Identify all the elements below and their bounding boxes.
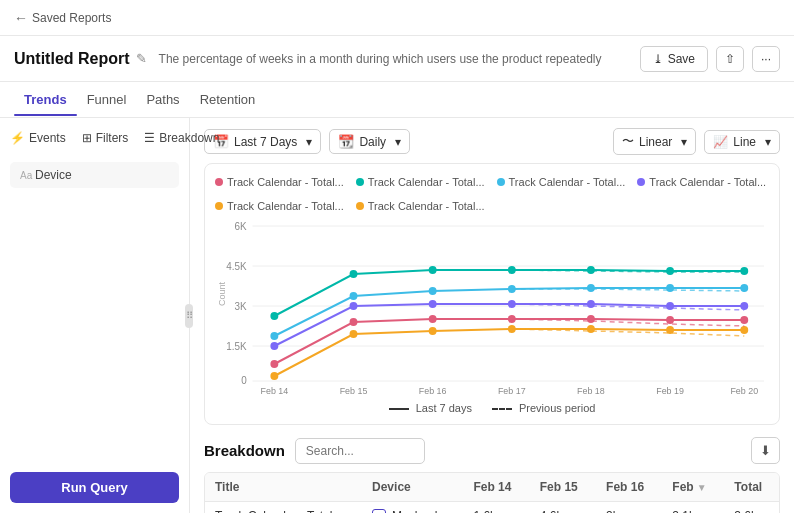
svg-text:3K: 3K	[235, 301, 247, 312]
more-button[interactable]: ···	[752, 46, 780, 72]
svg-point-27	[429, 287, 437, 295]
back-label: Saved Reports	[32, 11, 111, 25]
legend-dot-2	[497, 178, 505, 186]
back-arrow-icon: ←	[14, 10, 28, 26]
svg-point-24	[740, 267, 748, 275]
col-feb14: Feb 14	[463, 473, 529, 502]
col-feb: Feb▼	[662, 473, 724, 502]
col-total: Total	[724, 473, 779, 502]
chart-type-icon: 📈	[713, 135, 728, 149]
breakdown-title: Breakdown	[204, 442, 285, 459]
svg-text:Count: Count	[217, 282, 227, 306]
tab-retention[interactable]: Retention	[190, 84, 266, 115]
col-device: Device	[362, 473, 463, 502]
more-icon: ···	[761, 52, 771, 66]
legend-item-3: Track Calendar - Total...	[637, 176, 766, 188]
share-icon: ⇧	[725, 52, 735, 66]
share-button[interactable]: ⇧	[716, 46, 744, 72]
row-0-feb16: 3k	[596, 502, 662, 514]
svg-text:Feb 17: Feb 17	[498, 386, 526, 396]
col-title: Title	[205, 473, 362, 502]
dashed-legend-item: Previous period	[492, 402, 596, 414]
events-button[interactable]: ⚡ Events	[10, 128, 66, 148]
date-range-chevron: ▾	[306, 135, 312, 149]
save-icon: ⤓	[653, 52, 663, 66]
svg-point-22	[587, 266, 595, 274]
breakdown-icon: ☰	[144, 131, 155, 145]
back-link[interactable]: ← Saved Reports	[14, 10, 111, 26]
svg-text:6K: 6K	[235, 221, 247, 232]
legend-label-3: Track Calendar - Total...	[649, 176, 766, 188]
device-filter[interactable]: Aa Device	[10, 162, 179, 188]
svg-point-30	[666, 284, 674, 292]
granularity-label: Daily	[359, 135, 386, 149]
svg-text:0: 0	[241, 375, 247, 386]
scale-chevron: ▾	[681, 135, 687, 149]
breakdown-section: Breakdown ⬇ Title Device Feb 14 Feb 15 F…	[204, 437, 780, 513]
dashed-line-icon	[492, 408, 512, 410]
breakdown-table-wrap: Title Device Feb 14 Feb 15 Feb 16 Feb▼ T…	[204, 472, 780, 513]
col-feb15: Feb 15	[530, 473, 596, 502]
granularity-dropdown[interactable]: 📆 Daily ▾	[329, 129, 410, 154]
chart-legend: Track Calendar - Total... Track Calendar…	[215, 176, 769, 212]
filters-button[interactable]: ⊞ Filters	[82, 128, 129, 148]
resize-handle[interactable]: ⠿	[185, 304, 193, 328]
scale-dropdown[interactable]: 〜 Linear ▾	[613, 128, 696, 155]
row-0-feb: 3.1k	[662, 502, 724, 514]
events-icon: ⚡	[10, 131, 25, 145]
sort-icon: ▼	[697, 482, 707, 493]
svg-point-46	[270, 372, 278, 380]
svg-text:Feb 20: Feb 20	[730, 386, 758, 396]
svg-point-34	[429, 300, 437, 308]
tab-paths[interactable]: Paths	[136, 84, 189, 115]
breakdown-header: Breakdown ⬇	[204, 437, 780, 464]
svg-point-29	[587, 284, 595, 292]
svg-text:Feb 18: Feb 18	[577, 386, 605, 396]
svg-point-26	[350, 292, 358, 300]
svg-point-33	[350, 302, 358, 310]
dashed-legend-label: Previous period	[519, 402, 595, 414]
legend-item-1: Track Calendar - Total...	[356, 176, 485, 188]
header: Untitled Report ✎ The percentage of week…	[0, 36, 794, 82]
report-title: Untitled Report	[14, 50, 130, 68]
svg-point-38	[740, 302, 748, 310]
solid-legend-label: Last 7 days	[416, 402, 472, 414]
device-cell-0: ✓ Macbook	[372, 509, 453, 513]
edit-icon[interactable]: ✎	[136, 51, 147, 66]
svg-point-40	[350, 318, 358, 326]
chart-type-chevron: ▾	[765, 135, 771, 149]
svg-text:Feb 14: Feb 14	[261, 386, 289, 396]
device-name-0: Macbook	[392, 509, 441, 513]
svg-point-18	[270, 312, 278, 320]
run-query-button[interactable]: Run Query	[10, 472, 179, 503]
granularity-chevron: ▾	[395, 135, 401, 149]
chart-type-dropdown[interactable]: 📈 Line ▾	[704, 130, 780, 154]
download-button[interactable]: ⬇	[751, 437, 780, 464]
svg-point-41	[429, 315, 437, 323]
content-area: 📅 Last 7 Days ▾ 📆 Daily ▾ 〜 Linear ▾ 📈 L…	[190, 118, 794, 513]
date-range-label: Last 7 Days	[234, 135, 297, 149]
svg-point-45	[740, 316, 748, 324]
scale-icon: 〜	[622, 133, 634, 150]
row-0-total: 3.6k	[724, 502, 779, 514]
legend-dot-4	[215, 202, 223, 210]
legend-label-0: Track Calendar - Total...	[227, 176, 344, 188]
check-icon-0: ✓	[372, 509, 386, 513]
breakdown-button[interactable]: ☰ Breakdown	[144, 128, 219, 148]
granularity-icon: 📆	[338, 134, 354, 149]
breakdown-search-input[interactable]	[295, 438, 425, 464]
filters-label: Filters	[96, 131, 129, 145]
legend-item-4: Track Calendar - Total...	[215, 200, 344, 212]
breakdown-label: Breakdown	[159, 131, 219, 145]
legend-dot-5	[356, 202, 364, 210]
device-label-prefix: Aa	[20, 170, 35, 181]
chart-type-label: Line	[733, 135, 756, 149]
tab-trends[interactable]: Trends	[14, 84, 77, 115]
date-range-dropdown[interactable]: 📅 Last 7 Days ▾	[204, 129, 321, 154]
save-button[interactable]: ⤓ Save	[640, 46, 708, 72]
svg-text:Feb 19: Feb 19	[656, 386, 684, 396]
tab-funnel[interactable]: Funnel	[77, 84, 137, 115]
scale-label: Linear	[639, 135, 672, 149]
line-chart: 6K 4.5K 3K 1.5K 0 Count Feb 14 Feb 15 Fe…	[215, 216, 769, 396]
row-0-device: ✓ Macbook	[362, 502, 463, 514]
